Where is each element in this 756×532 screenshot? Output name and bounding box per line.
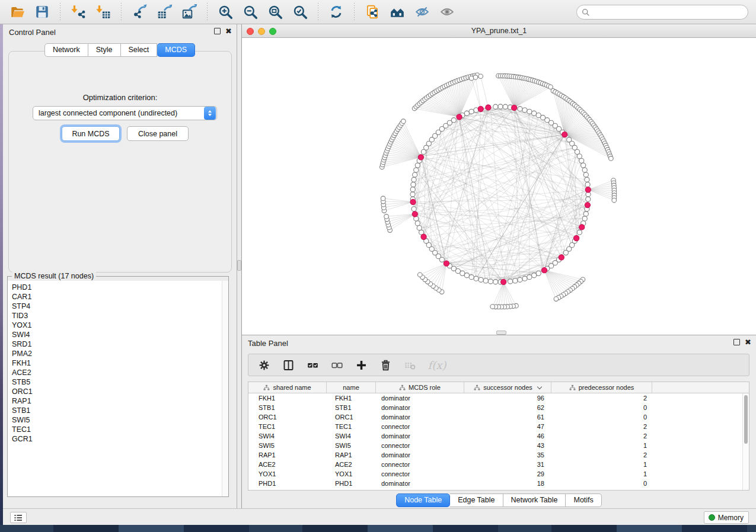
mcds-hub-node[interactable] (418, 155, 423, 160)
mcds-hub-node[interactable] (478, 106, 483, 111)
mcds-result-item[interactable]: STP4 (8, 302, 228, 311)
import-table-icon[interactable] (94, 3, 112, 21)
search-box[interactable] (576, 5, 748, 20)
leaf-node[interactable] (609, 156, 614, 161)
network-node[interactable] (579, 158, 584, 163)
network-node[interactable] (585, 177, 589, 182)
export-table-icon[interactable] (155, 3, 173, 21)
mcds-hub-node[interactable] (486, 105, 491, 110)
network-node[interactable] (527, 109, 532, 114)
table-row[interactable]: RAP1RAP1dominator352 (248, 450, 749, 460)
zoom-fit-icon[interactable] (266, 3, 284, 21)
mcds-hub-node[interactable] (559, 255, 564, 260)
add-column-icon[interactable] (354, 358, 368, 372)
mcds-result-item[interactable]: TEC1 (8, 425, 228, 434)
table-row[interactable]: ACE2ACE2connector311 (248, 460, 749, 469)
network-node[interactable] (451, 118, 456, 123)
tab-mcds[interactable]: MCDS (157, 43, 195, 57)
network-node[interactable] (536, 271, 541, 275)
task-history-button[interactable] (10, 512, 27, 523)
network-node[interactable] (582, 168, 587, 172)
run-mcds-button[interactable]: Run MCDS (62, 126, 120, 141)
splitter-handle[interactable] (237, 260, 241, 271)
leaf-node[interactable] (417, 273, 422, 277)
column-header-mcds-role[interactable]: MCDS role (376, 382, 464, 393)
birds-eye-icon[interactable] (438, 3, 456, 21)
table-scrollbar[interactable] (742, 393, 749, 490)
leaf-node[interactable] (554, 297, 559, 302)
column-header-successor-nodes[interactable]: successor nodes (464, 382, 551, 393)
network-node[interactable] (498, 104, 503, 109)
table-row[interactable]: SWI5SWI5connector431 (248, 441, 749, 450)
network-node[interactable] (508, 279, 512, 284)
mcds-hub-node[interactable] (562, 132, 567, 137)
memory-button[interactable]: Memory (704, 511, 749, 524)
mcds-result-list[interactable]: PHD1CAR1STP4TID3YOX1SWI4SRD1PMA2FKH1ACE2… (8, 281, 228, 496)
leaf-node[interactable] (401, 119, 406, 124)
delete-column-icon[interactable] (378, 358, 393, 372)
network-node[interactable] (464, 111, 469, 116)
leaf-node[interactable] (612, 198, 617, 203)
network-node[interactable] (479, 277, 483, 282)
network-node[interactable] (586, 197, 591, 201)
network-node[interactable] (532, 273, 537, 278)
tab-motifs[interactable]: Motifs (566, 493, 601, 507)
mcds-result-item[interactable]: SRD1 (8, 339, 228, 349)
node-table[interactable]: shared namenameMCDS rolesuccessor nodesp… (248, 382, 749, 491)
mcds-hub-node[interactable] (579, 225, 585, 230)
mcds-hub-node[interactable] (412, 211, 417, 217)
table-row[interactable]: YOX1YOX1connector291 (248, 469, 749, 479)
network-node[interactable] (469, 109, 474, 114)
network-node[interactable] (513, 278, 518, 283)
network-node[interactable] (411, 182, 416, 187)
leaf-node[interactable] (473, 75, 478, 80)
table-row[interactable]: ORC1ORC1dominator610 (248, 412, 749, 422)
mcds-hub-node[interactable] (457, 114, 462, 120)
network-node[interactable] (522, 276, 527, 281)
export-image-icon[interactable] (180, 3, 198, 21)
table-row[interactable]: SWI4SWI4dominator462 (248, 431, 749, 441)
show-panels-icon[interactable] (388, 3, 406, 21)
network-node[interactable] (581, 163, 586, 168)
save-session-icon[interactable] (33, 3, 51, 21)
column-header-predecessor-nodes[interactable]: predecessor nodes (551, 382, 652, 393)
mcds-result-item[interactable]: STB5 (8, 377, 228, 387)
network-node[interactable] (417, 226, 422, 230)
vertical-splitter[interactable] (237, 24, 242, 508)
table-row[interactable]: STB1STB1dominator620 (248, 403, 749, 412)
mcds-list-scrollbar[interactable] (222, 281, 228, 496)
criterion-select[interactable]: largest connected component (undirected) (33, 106, 217, 120)
network-canvas[interactable] (242, 38, 756, 335)
network-node[interactable] (583, 172, 588, 177)
network-node[interactable] (527, 275, 532, 280)
mcds-result-item[interactable]: STB1 (8, 406, 228, 415)
network-node[interactable] (414, 168, 419, 172)
network-node[interactable] (583, 211, 588, 216)
refresh-icon[interactable] (327, 3, 345, 21)
column-panel-icon[interactable] (281, 358, 295, 372)
leaf-node[interactable] (490, 305, 495, 309)
scrollbar-thumb[interactable] (744, 395, 748, 444)
table-settings-icon[interactable] (257, 358, 271, 372)
mcds-hub-node[interactable] (421, 234, 426, 239)
network-node[interactable] (410, 187, 415, 192)
table-row[interactable]: PHD1PHD1dominator180 (248, 479, 749, 488)
horizontal-splitter-handle[interactable] (496, 331, 506, 335)
network-node[interactable] (518, 277, 522, 282)
column-header-name[interactable]: name (327, 382, 376, 393)
zoom-in-icon[interactable] (216, 3, 234, 21)
network-node[interactable] (410, 192, 415, 197)
close-panel-icon[interactable]: ✖ (745, 339, 751, 345)
float-panel-icon[interactable] (214, 28, 221, 34)
table-row[interactable]: TEC1TEC1connector472 (248, 422, 749, 431)
mcds-result-item[interactable]: RAP1 (8, 396, 228, 406)
network-node[interactable] (412, 177, 416, 182)
network-node[interactable] (474, 276, 479, 281)
open-file-icon[interactable] (8, 3, 26, 21)
tab-style[interactable]: Style (88, 43, 121, 57)
network-node[interactable] (413, 172, 417, 177)
zoom-selected-icon[interactable] (291, 3, 309, 21)
mcds-result-item[interactable]: ACE2 (8, 368, 228, 377)
mcds-result-item[interactable]: SWI4 (8, 330, 228, 339)
tab-network-table[interactable]: Network Table (503, 493, 566, 507)
